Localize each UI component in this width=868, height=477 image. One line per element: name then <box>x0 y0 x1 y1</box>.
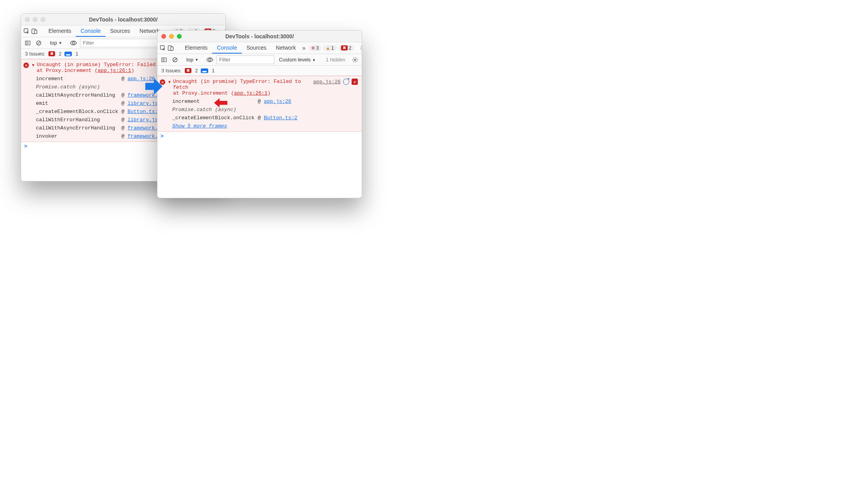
more-tabs-icon[interactable]: » <box>302 43 305 53</box>
annotation-arrow-red <box>214 98 227 108</box>
console-prompt[interactable]: > <box>157 132 362 141</box>
error-message: Uncaught (in promise) TypeError: Failed … <box>173 79 313 96</box>
stack-fn: _createElementBlock.onClick <box>172 115 255 121</box>
clear-console-icon[interactable] <box>34 39 43 47</box>
warnings-badge[interactable]: ▲1 <box>323 45 337 51</box>
console-toolbar: top▼ Custom levels ▼ 1 hidden <box>157 54 362 66</box>
stack-fn: increment <box>36 76 118 82</box>
traffic-zoom[interactable] <box>177 34 182 39</box>
console-body: ✕ ▼ Uncaught (in promise) TypeError: Fai… <box>157 76 362 198</box>
window-title: DevTools - localhost:3000/ <box>157 33 362 39</box>
tab-elements[interactable]: Elements <box>180 42 212 54</box>
context-label: top <box>50 40 57 46</box>
breaking-count: 2 <box>349 45 352 51</box>
traffic-close[interactable] <box>161 34 166 39</box>
traffic-lights <box>25 17 45 22</box>
toggle-sidebar-icon[interactable] <box>160 56 168 64</box>
traffic-minimize[interactable] <box>33 17 38 22</box>
log-levels-selector[interactable]: Custom levels ▼ <box>277 57 318 63</box>
window-title: DevTools - localhost:3000/ <box>21 16 225 23</box>
show-more-frames-link[interactable]: Show 5 more frames <box>172 123 359 129</box>
error-source-link[interactable]: app.js:26 <box>313 79 341 85</box>
settings-gear-icon[interactable] <box>360 43 362 53</box>
svg-line-22 <box>173 58 177 61</box>
stack-link[interactable]: Button.ts:2 <box>264 115 359 121</box>
tab-sources[interactable]: Sources <box>105 25 135 37</box>
stack-link[interactable]: app.js:26 <box>264 99 359 104</box>
svg-rect-14 <box>171 47 173 50</box>
stack-fn: callWithErrorHandling <box>36 117 118 123</box>
inspect-element-icon[interactable] <box>160 43 166 53</box>
svg-point-24 <box>354 59 356 61</box>
context-label: top <box>186 57 193 63</box>
restart-frame-icon[interactable] <box>343 79 349 85</box>
error-icon: ✕ <box>23 63 29 68</box>
error-origin-link[interactable]: app.js:26:1 <box>98 68 131 74</box>
stack-fn: invoker <box>36 133 118 139</box>
main-tabs: Elements Console Sources Network <box>44 25 164 37</box>
stack-fn: increment <box>172 99 255 104</box>
device-toolbar-icon[interactable] <box>31 27 38 36</box>
svg-rect-2 <box>34 30 37 34</box>
window-titlebar: DevTools - localhost:3000/ <box>157 30 362 42</box>
live-expression-icon[interactable] <box>69 39 78 47</box>
traffic-zoom[interactable] <box>41 17 45 22</box>
stack-fn: callWithAsyncErrorHandling <box>36 92 118 98</box>
stack-fn: callWithAsyncErrorHandling <box>36 125 118 131</box>
tab-console[interactable]: Console <box>212 42 241 54</box>
inspect-element-icon[interactable] <box>23 27 30 36</box>
clear-console-icon[interactable] <box>171 56 179 64</box>
context-selector[interactable]: top▼ <box>184 57 201 63</box>
dismiss-error-icon[interactable]: ✕ <box>352 79 358 85</box>
warnings-count: 1 <box>331 45 334 51</box>
device-toolbar-icon[interactable] <box>168 43 174 53</box>
devtools-tabbar: Elements Console Sources Network » ⊗3 ▲1… <box>157 42 362 54</box>
breaking-badge[interactable]: ✖2 <box>338 45 354 51</box>
issues-red-count: 2 <box>195 68 198 74</box>
tab-network[interactable]: Network <box>271 42 300 54</box>
filter-input[interactable] <box>216 56 274 64</box>
context-selector[interactable]: top▼ <box>48 40 64 46</box>
error-origin-link[interactable]: app.js:26:1 <box>234 90 268 96</box>
stack-fn: _createElementBlock.onClick <box>36 109 118 115</box>
expand-error-arrow[interactable]: ▼ <box>31 63 36 67</box>
live-expression-icon[interactable] <box>205 56 214 64</box>
tab-elements[interactable]: Elements <box>44 25 76 37</box>
traffic-lights <box>161 34 182 39</box>
toggle-sidebar-icon[interactable] <box>23 39 32 47</box>
svg-point-23 <box>209 59 211 61</box>
issues-blue-count: 1 <box>212 68 214 74</box>
traffic-minimize[interactable] <box>169 34 174 39</box>
svg-point-11 <box>72 42 75 44</box>
errors-badge[interactable]: ⊗3 <box>309 45 321 51</box>
async-boundary: Promise.catch (async) <box>172 107 359 113</box>
console-error-block: ✕ ▼ Uncaught (in promise) TypeError: Fai… <box>157 76 362 132</box>
traffic-close[interactable] <box>25 17 30 22</box>
issues-red-count: 2 <box>59 51 61 57</box>
errors-count: 3 <box>316 45 319 51</box>
annotation-arrow-blue <box>145 77 163 95</box>
tab-sources[interactable]: Sources <box>242 42 271 54</box>
devtools-window-right: DevTools - localhost:3000/ Elements Cons… <box>157 30 362 198</box>
expand-error-arrow[interactable]: ▼ <box>168 80 172 84</box>
tab-console[interactable]: Console <box>76 25 105 37</box>
issues-blue-count: 1 <box>75 51 78 57</box>
window-titlebar: DevTools - localhost:3000/ <box>21 14 225 25</box>
svg-line-10 <box>37 41 40 45</box>
main-tabs: Elements Console Sources Network <box>180 42 300 54</box>
issues-label: 3 Issues: <box>25 51 45 57</box>
stack-trace: increment@app.js:26 Promise.catch (async… <box>157 97 362 129</box>
hidden-count[interactable]: 1 hidden <box>323 57 348 63</box>
issues-label: 3 Issues: <box>161 68 182 74</box>
console-settings-gear-icon[interactable] <box>351 56 359 64</box>
stack-fn: emit <box>36 100 118 106</box>
issues-bar[interactable]: 3 Issues: ✖ 2 ▬ 1 <box>157 66 362 76</box>
